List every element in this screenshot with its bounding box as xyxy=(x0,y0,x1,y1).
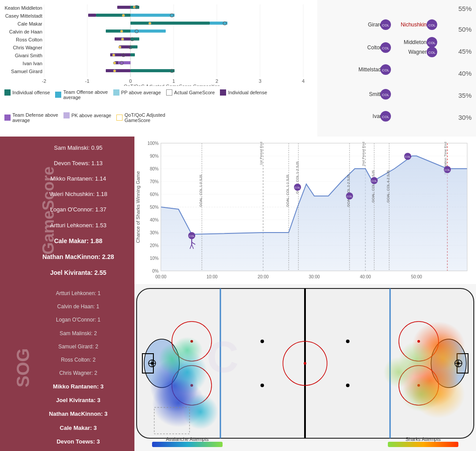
middle-section: GameScore Sam Malinski: 0.95 Devon Toews… xyxy=(0,137,476,284)
svg-text:70%: 70% xyxy=(150,179,159,184)
legend-label-pk: PK above average xyxy=(71,113,112,118)
svg-text:50%: 50% xyxy=(150,205,159,210)
svg-text:Sharks Attempts: Sharks Attempts xyxy=(405,436,441,442)
svg-text:0%: 0% xyxy=(152,269,159,274)
right-icons-panel: 55% 50% 45% 40% 35% 30% Girard COL Nichu… xyxy=(317,0,476,137)
svg-point-39 xyxy=(120,30,123,33)
svg-text:30%: 30% xyxy=(150,230,159,235)
svg-text:GOAL: COL 1-1 SJS: GOAL: COL 1-1 SJS xyxy=(286,174,290,207)
svg-text:20:00: 20:00 xyxy=(257,274,268,279)
legend-label-actual-gs: Actual GameScore xyxy=(174,90,215,95)
sog-item-kiviranta: Joel Kiviranta: 3 xyxy=(25,397,132,403)
sog-item-mackinnon: Nathan MacKinnon: 3 xyxy=(25,410,132,417)
shot-map: Avalanche Attempts Sharks Attempts C xyxy=(134,284,476,451)
svg-text:40%: 40% xyxy=(458,70,472,77)
sog-item-colton: Ross Colton: 2 xyxy=(25,357,132,363)
svg-text:COL: COL xyxy=(382,68,390,72)
svg-point-176 xyxy=(260,384,264,387)
svg-point-178 xyxy=(346,384,350,387)
svg-text:COL: COL xyxy=(372,180,377,182)
sog-item-toews: Devon Toews: 3 xyxy=(25,438,132,445)
svg-rect-25 xyxy=(117,6,130,9)
svg-text:COL: COL xyxy=(347,195,353,198)
svg-text:1: 1 xyxy=(172,78,175,84)
svg-text:COL: COL xyxy=(405,155,411,158)
svg-text:C: C xyxy=(207,332,238,381)
legend-label-team-offense: Team Offense aboveaverage xyxy=(63,89,108,100)
gamescore-panel: GameScore Sam Malinski: 0.95 Devon Toews… xyxy=(0,137,134,284)
sog-list: Artturi Lehkonen: 1 Calvin de Haan: 1 Lo… xyxy=(22,284,134,451)
svg-text:20%: 20% xyxy=(150,243,159,248)
svg-point-177 xyxy=(346,340,350,343)
legend-individual-offense: Individual offense xyxy=(4,89,50,96)
legend-individual-defense: Individual defense xyxy=(220,89,267,96)
svg-text:0: 0 xyxy=(129,78,132,84)
gs-item-kiviranta: Joel Kiviranta: 2.55 xyxy=(25,268,132,277)
legend-label-individual-defense: Individual defense xyxy=(228,90,267,95)
svg-text:2nd Period End: 2nd Period End xyxy=(361,142,365,166)
sog-item-girard: Samuel Girard: 2 xyxy=(25,344,132,350)
svg-text:45%: 45% xyxy=(458,48,472,55)
legend-color-team-offense xyxy=(55,92,61,98)
svg-point-55 xyxy=(113,62,116,64)
svg-rect-37 xyxy=(106,30,130,33)
svg-text:COL: COL xyxy=(428,41,436,45)
gs-item-makar: Cale Makar: 1.88 xyxy=(25,237,132,245)
svg-text:COL: COL xyxy=(295,186,301,189)
sog-item-wagner: Chris Wagner: 2 xyxy=(25,370,132,376)
svg-text:50:00: 50:00 xyxy=(411,274,422,279)
svg-text:10%: 10% xyxy=(150,256,159,261)
legend-color-pp xyxy=(113,89,119,96)
svg-rect-204 xyxy=(388,442,458,447)
svg-text:2: 2 xyxy=(216,78,218,84)
sog-item-malinski: Sam Malinski: 2 xyxy=(25,330,132,336)
svg-rect-57 xyxy=(130,69,175,72)
svg-text:Girard: Girard xyxy=(368,22,383,28)
svg-text:60%: 60% xyxy=(150,192,159,197)
svg-text:100%: 100% xyxy=(147,141,159,146)
svg-point-186 xyxy=(183,394,218,429)
svg-point-59 xyxy=(113,70,116,72)
svg-text:-1: -1 xyxy=(85,78,89,84)
svg-rect-0 xyxy=(0,0,317,88)
svg-rect-30 xyxy=(130,14,175,17)
winprob-chart-svg: 100% 90% 80% 70% 60% 50% 40% 30% 20% 10%… xyxy=(134,137,476,284)
svg-rect-28 xyxy=(96,14,130,17)
svg-text:Chris Wagner: Chris Wagner xyxy=(13,45,42,50)
shotmap-svg: Avalanche Attempts Sharks Attempts C xyxy=(134,284,476,451)
sog-item-makar: Cale Makar: 3 xyxy=(25,425,132,431)
legend-label-team-defense: Team Defense aboveaverage xyxy=(12,112,58,123)
top-section: Keaton Middleton Casey Mittelstadt Cale … xyxy=(0,0,476,137)
svg-point-47 xyxy=(119,46,121,48)
svg-text:4: 4 xyxy=(302,78,305,84)
gs-item-nichushkin: Valeri Nichushkin: 1.18 xyxy=(25,190,132,198)
svg-text:GOAL: COL 1-0 SJS: GOAL: COL 1-0 SJS xyxy=(199,174,203,207)
svg-text:80%: 80% xyxy=(150,166,159,171)
svg-text:Middleton: Middleton xyxy=(404,39,427,45)
sog-item-oconnor: Logan O'Connor: 1 xyxy=(25,317,132,323)
legend-pk: PK above average xyxy=(63,112,112,118)
gs-item-rantanen: Mikko Rantanen: 1.14 xyxy=(25,174,132,183)
legend-label-qot-gs: QoT/QoC AdjustedGameScore xyxy=(124,112,165,123)
legend-color-pk xyxy=(63,112,70,118)
svg-text:COL: COL xyxy=(382,46,390,50)
svg-text:55%: 55% xyxy=(458,5,472,12)
svg-point-43 xyxy=(121,38,124,41)
svg-text:35%: 35% xyxy=(458,92,472,99)
svg-text:GOAL: COL 2-2 SJS: GOAL: COL 2-2 SJS xyxy=(346,174,350,207)
sog-item-lehkonen: Artturi Lehkonen: 1 xyxy=(25,290,132,296)
svg-rect-50 xyxy=(130,53,135,56)
svg-text:30%: 30% xyxy=(458,114,472,121)
svg-text:Keaton Middleton: Keaton Middleton xyxy=(4,5,42,11)
svg-rect-202 xyxy=(152,442,223,447)
svg-text:Cale Makar: Cale Makar xyxy=(18,21,43,26)
right-icons-svg: 55% 50% 45% 40% 35% 30% Girard COL Nichu… xyxy=(317,0,476,137)
svg-text:-2: -2 xyxy=(42,78,46,84)
svg-text:90%: 90% xyxy=(150,154,159,159)
legend-color-team-defense xyxy=(4,115,11,121)
svg-text:Mittelstadt: Mittelstadt xyxy=(358,67,383,73)
legend-actual-gs: Actual GameScore xyxy=(166,89,215,96)
svg-text:Samuel Girard: Samuel Girard xyxy=(11,69,42,74)
svg-text:00:00: 00:00 xyxy=(155,274,166,279)
svg-text:40%: 40% xyxy=(150,218,159,222)
